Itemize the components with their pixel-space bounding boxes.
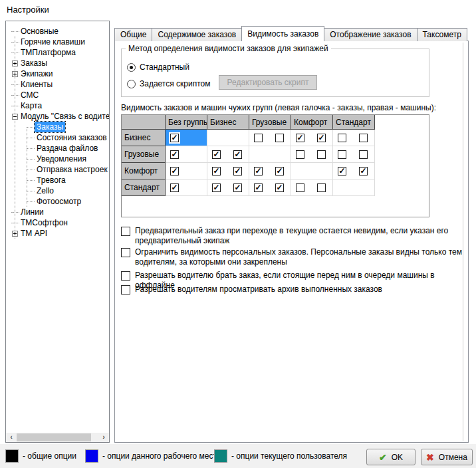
sidebar-item-sms-settings-send[interactable]: Отправка настроек СМС xyxy=(6,164,109,175)
tab-order-contents[interactable]: Содержимое заказов xyxy=(152,28,242,41)
sidebar-item-notifications[interactable]: Уведомления xyxy=(6,154,109,164)
edit-script-button[interactable]: Редактировать скрипт xyxy=(219,75,317,90)
option-preliminary-order-invisible[interactable]: Предварительный заказ при переходе в тек… xyxy=(121,226,473,246)
grid-cell[interactable] xyxy=(249,130,291,146)
orders-checkbox[interactable] xyxy=(338,150,346,159)
radio-icon[interactable] xyxy=(127,80,136,88)
cars-checkbox[interactable] xyxy=(275,183,284,192)
sidebar-item-orders[interactable]: Заказы xyxy=(6,58,109,68)
option-checkbox[interactable] xyxy=(121,248,130,257)
sidebar-item-lines[interactable]: Линии xyxy=(6,207,109,217)
cars-checkbox[interactable] xyxy=(359,150,368,159)
cars-checkbox[interactable] xyxy=(359,134,368,142)
grid-cell[interactable] xyxy=(333,146,375,163)
orders-checkbox[interactable] xyxy=(338,167,346,176)
sidebar-item-order-states[interactable]: Состояния заказов xyxy=(6,132,109,143)
cars-checkbox[interactable] xyxy=(275,167,284,176)
grid-cell[interactable] xyxy=(249,163,291,179)
orders-checkbox[interactable] xyxy=(170,167,179,176)
expand-plus-icon[interactable] xyxy=(12,231,18,237)
sidebar-item-hotkeys[interactable]: Горячие клавиши xyxy=(6,37,109,47)
grid-cell[interactable] xyxy=(166,146,207,163)
sidebar-item-sms[interactable]: СМС xyxy=(6,90,109,100)
sidebar-item-tmsoftphone[interactable]: ТМСофтфон xyxy=(6,217,109,228)
orders-checkbox[interactable] xyxy=(254,134,263,142)
sidebar-item-zello[interactable]: Zello xyxy=(6,185,109,196)
grid-cell[interactable] xyxy=(166,179,207,196)
sidebar-item-crews[interactable]: Экипажи xyxy=(6,68,109,79)
grid-cell[interactable] xyxy=(291,146,333,163)
option-allow-view-order-archive[interactable]: Разрешать водителям просматривать архив … xyxy=(121,285,473,294)
orders-checkbox[interactable] xyxy=(212,167,221,176)
sidebar-item-file-distribution[interactable]: Раздача файлов xyxy=(6,143,109,154)
cars-checkbox[interactable] xyxy=(359,167,368,176)
sidebar-item-photo-inspection[interactable]: Фотоосмотр xyxy=(6,196,109,207)
grid-cell[interactable] xyxy=(333,130,375,146)
option-checkbox[interactable] xyxy=(121,271,130,281)
grid-column-header: Без группы xyxy=(166,115,207,130)
option-checkbox[interactable] xyxy=(121,285,130,294)
grid-cell[interactable] xyxy=(291,130,333,146)
orders-checkbox[interactable] xyxy=(254,167,263,176)
grid-cell[interactable] xyxy=(207,163,249,179)
orders-checkbox[interactable] xyxy=(170,150,179,159)
tree-horizontal-scrollbar[interactable]: ‹ › xyxy=(6,433,109,442)
sidebar-item-clients[interactable]: Клиенты xyxy=(6,79,109,90)
orders-checkbox[interactable] xyxy=(212,183,221,192)
grid-cell[interactable] xyxy=(207,146,249,163)
sidebar-item-main[interactable]: Основные xyxy=(6,26,109,37)
cars-checkbox[interactable] xyxy=(233,150,242,159)
orders-checkbox[interactable] xyxy=(212,150,221,159)
orders-checkbox[interactable] xyxy=(170,134,179,142)
expand-plus-icon[interactable] xyxy=(12,60,18,66)
cars-checkbox[interactable] xyxy=(233,167,242,176)
sidebar-item-tmplatform[interactable]: ТМПлатформа xyxy=(6,47,109,58)
cars-checkbox[interactable] xyxy=(317,134,326,142)
expand-plus-icon[interactable] xyxy=(12,71,18,77)
radio-script[interactable]: Задается скриптом xyxy=(127,79,210,88)
scrollbar-thumb[interactable] xyxy=(17,433,91,441)
tab-taximeter[interactable]: Таксометр xyxy=(417,28,467,41)
legend-label: - общие опции xyxy=(23,451,76,461)
grid-cell-selected[interactable] xyxy=(166,130,207,146)
tab-common[interactable]: Общие xyxy=(114,28,152,41)
sidebar-item-module-driver-link[interactable]: Модуль "Связь с водителем" xyxy=(6,111,109,122)
orders-checkbox[interactable] xyxy=(296,183,304,192)
grid-cell[interactable] xyxy=(166,163,207,179)
grid-cell[interactable] xyxy=(333,163,375,179)
orders-checkbox[interactable] xyxy=(170,183,179,192)
radio-standard[interactable]: Стандартный xyxy=(127,62,189,72)
orders-checkbox[interactable] xyxy=(254,183,263,192)
collapse-minus-icon[interactable] xyxy=(12,114,18,120)
grid-cell[interactable] xyxy=(207,179,249,196)
cancel-button[interactable]: ✖ Отмена xyxy=(421,449,473,465)
scroll-left-icon[interactable]: ‹ xyxy=(7,433,16,442)
visibility-grid: Без группы Бизнес Грузовые Комфорт Станд… xyxy=(121,114,429,217)
tab-order-visibility[interactable]: Видимость заказов xyxy=(241,26,324,41)
tree-connector xyxy=(11,212,19,213)
option-limit-personal-orders[interactable]: Ограничить видимость персональных заказо… xyxy=(121,247,473,267)
grid-column-header: Комфорт xyxy=(291,115,333,130)
sidebar-item-module-orders[interactable]: Заказы xyxy=(6,122,109,132)
orders-checkbox[interactable] xyxy=(296,150,304,159)
sidebar-item-map[interactable]: Карта xyxy=(6,100,109,111)
sidebar-item-label: Модуль "Связь с водителем" xyxy=(21,111,110,122)
scroll-right-icon[interactable]: › xyxy=(99,433,108,442)
sidebar-item-tm-api[interactable]: ТМ API xyxy=(6,228,109,239)
grid-cell[interactable] xyxy=(291,179,333,196)
sidebar-item-label-selected: Заказы xyxy=(35,122,65,132)
orders-checkbox[interactable] xyxy=(338,134,346,142)
radio-icon[interactable] xyxy=(127,63,136,72)
ok-button[interactable]: ✔ OK xyxy=(366,449,416,465)
cars-checkbox[interactable] xyxy=(275,134,284,142)
sidebar-item-alarm[interactable]: Тревога xyxy=(6,175,109,185)
cars-checkbox[interactable] xyxy=(317,183,326,192)
grid-row-header: Грузовые xyxy=(122,146,166,163)
orders-checkbox[interactable] xyxy=(296,134,304,142)
option-checkbox[interactable] xyxy=(121,227,130,236)
tab-order-display[interactable]: Отображение заказов xyxy=(324,28,417,41)
cars-checkbox[interactable] xyxy=(233,183,242,192)
cars-checkbox[interactable] xyxy=(317,150,326,159)
grid-cell[interactable] xyxy=(249,179,291,196)
tree-connector xyxy=(27,201,35,202)
